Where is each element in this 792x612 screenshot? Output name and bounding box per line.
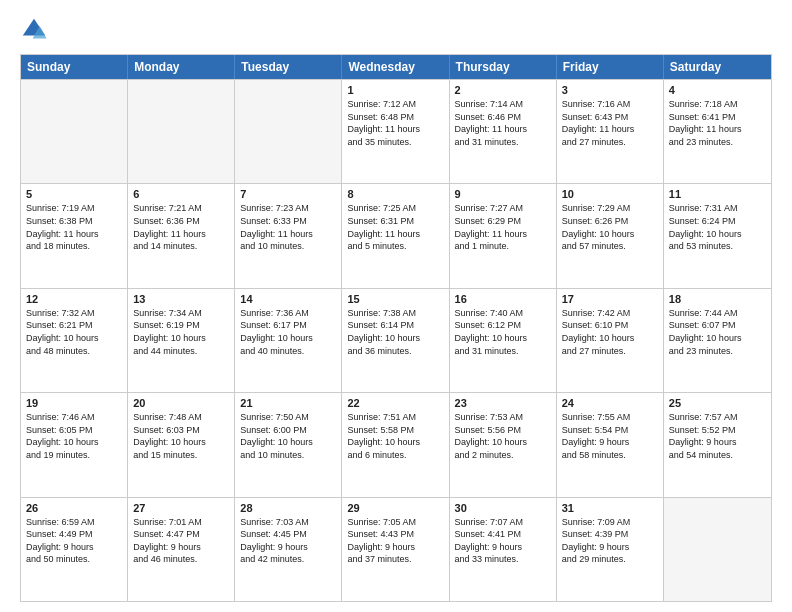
day-info: Sunrise: 7:12 AM Sunset: 6:48 PM Dayligh… bbox=[347, 98, 443, 148]
empty-cell bbox=[235, 80, 342, 183]
day-cell-16: 16Sunrise: 7:40 AM Sunset: 6:12 PM Dayli… bbox=[450, 289, 557, 392]
day-info: Sunrise: 7:36 AM Sunset: 6:17 PM Dayligh… bbox=[240, 307, 336, 357]
day-number: 24 bbox=[562, 397, 658, 409]
calendar-row-0: 1Sunrise: 7:12 AM Sunset: 6:48 PM Daylig… bbox=[21, 79, 771, 183]
day-cell-25: 25Sunrise: 7:57 AM Sunset: 5:52 PM Dayli… bbox=[664, 393, 771, 496]
day-info: Sunrise: 7:21 AM Sunset: 6:36 PM Dayligh… bbox=[133, 202, 229, 252]
day-number: 1 bbox=[347, 84, 443, 96]
day-number: 29 bbox=[347, 502, 443, 514]
empty-cell bbox=[664, 498, 771, 601]
day-cell-21: 21Sunrise: 7:50 AM Sunset: 6:00 PM Dayli… bbox=[235, 393, 342, 496]
day-number: 5 bbox=[26, 188, 122, 200]
day-number: 17 bbox=[562, 293, 658, 305]
day-info: Sunrise: 7:18 AM Sunset: 6:41 PM Dayligh… bbox=[669, 98, 766, 148]
day-cell-1: 1Sunrise: 7:12 AM Sunset: 6:48 PM Daylig… bbox=[342, 80, 449, 183]
day-cell-12: 12Sunrise: 7:32 AM Sunset: 6:21 PM Dayli… bbox=[21, 289, 128, 392]
day-cell-23: 23Sunrise: 7:53 AM Sunset: 5:56 PM Dayli… bbox=[450, 393, 557, 496]
day-info: Sunrise: 7:55 AM Sunset: 5:54 PM Dayligh… bbox=[562, 411, 658, 461]
day-cell-27: 27Sunrise: 7:01 AM Sunset: 4:47 PM Dayli… bbox=[128, 498, 235, 601]
day-cell-7: 7Sunrise: 7:23 AM Sunset: 6:33 PM Daylig… bbox=[235, 184, 342, 287]
day-number: 19 bbox=[26, 397, 122, 409]
header-day-thursday: Thursday bbox=[450, 55, 557, 79]
day-number: 8 bbox=[347, 188, 443, 200]
empty-cell bbox=[21, 80, 128, 183]
day-number: 23 bbox=[455, 397, 551, 409]
page: SundayMondayTuesdayWednesdayThursdayFrid… bbox=[0, 0, 792, 612]
empty-cell bbox=[128, 80, 235, 183]
header-day-monday: Monday bbox=[128, 55, 235, 79]
logo-icon bbox=[20, 16, 48, 44]
calendar: SundayMondayTuesdayWednesdayThursdayFrid… bbox=[20, 54, 772, 602]
day-cell-31: 31Sunrise: 7:09 AM Sunset: 4:39 PM Dayli… bbox=[557, 498, 664, 601]
day-cell-4: 4Sunrise: 7:18 AM Sunset: 6:41 PM Daylig… bbox=[664, 80, 771, 183]
day-info: Sunrise: 7:32 AM Sunset: 6:21 PM Dayligh… bbox=[26, 307, 122, 357]
day-number: 9 bbox=[455, 188, 551, 200]
day-info: Sunrise: 7:40 AM Sunset: 6:12 PM Dayligh… bbox=[455, 307, 551, 357]
day-cell-29: 29Sunrise: 7:05 AM Sunset: 4:43 PM Dayli… bbox=[342, 498, 449, 601]
day-cell-2: 2Sunrise: 7:14 AM Sunset: 6:46 PM Daylig… bbox=[450, 80, 557, 183]
day-number: 7 bbox=[240, 188, 336, 200]
day-cell-30: 30Sunrise: 7:07 AM Sunset: 4:41 PM Dayli… bbox=[450, 498, 557, 601]
day-number: 4 bbox=[669, 84, 766, 96]
day-number: 6 bbox=[133, 188, 229, 200]
calendar-body: 1Sunrise: 7:12 AM Sunset: 6:48 PM Daylig… bbox=[21, 79, 771, 601]
day-info: Sunrise: 7:34 AM Sunset: 6:19 PM Dayligh… bbox=[133, 307, 229, 357]
calendar-row-1: 5Sunrise: 7:19 AM Sunset: 6:38 PM Daylig… bbox=[21, 183, 771, 287]
calendar-header: SundayMondayTuesdayWednesdayThursdayFrid… bbox=[21, 55, 771, 79]
day-cell-24: 24Sunrise: 7:55 AM Sunset: 5:54 PM Dayli… bbox=[557, 393, 664, 496]
header-day-saturday: Saturday bbox=[664, 55, 771, 79]
day-number: 15 bbox=[347, 293, 443, 305]
day-cell-11: 11Sunrise: 7:31 AM Sunset: 6:24 PM Dayli… bbox=[664, 184, 771, 287]
day-info: Sunrise: 7:50 AM Sunset: 6:00 PM Dayligh… bbox=[240, 411, 336, 461]
day-number: 13 bbox=[133, 293, 229, 305]
logo bbox=[20, 16, 52, 44]
day-number: 30 bbox=[455, 502, 551, 514]
day-info: Sunrise: 7:38 AM Sunset: 6:14 PM Dayligh… bbox=[347, 307, 443, 357]
day-cell-20: 20Sunrise: 7:48 AM Sunset: 6:03 PM Dayli… bbox=[128, 393, 235, 496]
day-number: 20 bbox=[133, 397, 229, 409]
day-info: Sunrise: 7:29 AM Sunset: 6:26 PM Dayligh… bbox=[562, 202, 658, 252]
day-cell-9: 9Sunrise: 7:27 AM Sunset: 6:29 PM Daylig… bbox=[450, 184, 557, 287]
day-cell-5: 5Sunrise: 7:19 AM Sunset: 6:38 PM Daylig… bbox=[21, 184, 128, 287]
day-number: 16 bbox=[455, 293, 551, 305]
day-cell-13: 13Sunrise: 7:34 AM Sunset: 6:19 PM Dayli… bbox=[128, 289, 235, 392]
day-info: Sunrise: 7:57 AM Sunset: 5:52 PM Dayligh… bbox=[669, 411, 766, 461]
day-info: Sunrise: 7:19 AM Sunset: 6:38 PM Dayligh… bbox=[26, 202, 122, 252]
calendar-row-3: 19Sunrise: 7:46 AM Sunset: 6:05 PM Dayli… bbox=[21, 392, 771, 496]
day-number: 31 bbox=[562, 502, 658, 514]
day-info: Sunrise: 7:03 AM Sunset: 4:45 PM Dayligh… bbox=[240, 516, 336, 566]
day-number: 26 bbox=[26, 502, 122, 514]
day-cell-28: 28Sunrise: 7:03 AM Sunset: 4:45 PM Dayli… bbox=[235, 498, 342, 601]
day-info: Sunrise: 7:09 AM Sunset: 4:39 PM Dayligh… bbox=[562, 516, 658, 566]
day-cell-18: 18Sunrise: 7:44 AM Sunset: 6:07 PM Dayli… bbox=[664, 289, 771, 392]
day-number: 28 bbox=[240, 502, 336, 514]
day-info: Sunrise: 7:31 AM Sunset: 6:24 PM Dayligh… bbox=[669, 202, 766, 252]
day-cell-22: 22Sunrise: 7:51 AM Sunset: 5:58 PM Dayli… bbox=[342, 393, 449, 496]
day-number: 14 bbox=[240, 293, 336, 305]
day-info: Sunrise: 7:05 AM Sunset: 4:43 PM Dayligh… bbox=[347, 516, 443, 566]
header-day-wednesday: Wednesday bbox=[342, 55, 449, 79]
day-number: 22 bbox=[347, 397, 443, 409]
day-info: Sunrise: 7:46 AM Sunset: 6:05 PM Dayligh… bbox=[26, 411, 122, 461]
day-info: Sunrise: 7:01 AM Sunset: 4:47 PM Dayligh… bbox=[133, 516, 229, 566]
day-cell-26: 26Sunrise: 6:59 AM Sunset: 4:49 PM Dayli… bbox=[21, 498, 128, 601]
day-cell-15: 15Sunrise: 7:38 AM Sunset: 6:14 PM Dayli… bbox=[342, 289, 449, 392]
day-info: Sunrise: 7:25 AM Sunset: 6:31 PM Dayligh… bbox=[347, 202, 443, 252]
day-number: 21 bbox=[240, 397, 336, 409]
header-day-sunday: Sunday bbox=[21, 55, 128, 79]
header-day-tuesday: Tuesday bbox=[235, 55, 342, 79]
day-number: 18 bbox=[669, 293, 766, 305]
header-day-friday: Friday bbox=[557, 55, 664, 79]
day-info: Sunrise: 7:44 AM Sunset: 6:07 PM Dayligh… bbox=[669, 307, 766, 357]
day-number: 3 bbox=[562, 84, 658, 96]
day-info: Sunrise: 7:14 AM Sunset: 6:46 PM Dayligh… bbox=[455, 98, 551, 148]
day-cell-3: 3Sunrise: 7:16 AM Sunset: 6:43 PM Daylig… bbox=[557, 80, 664, 183]
day-cell-19: 19Sunrise: 7:46 AM Sunset: 6:05 PM Dayli… bbox=[21, 393, 128, 496]
day-info: Sunrise: 7:48 AM Sunset: 6:03 PM Dayligh… bbox=[133, 411, 229, 461]
day-number: 11 bbox=[669, 188, 766, 200]
day-number: 25 bbox=[669, 397, 766, 409]
day-number: 2 bbox=[455, 84, 551, 96]
day-info: Sunrise: 7:51 AM Sunset: 5:58 PM Dayligh… bbox=[347, 411, 443, 461]
day-cell-17: 17Sunrise: 7:42 AM Sunset: 6:10 PM Dayli… bbox=[557, 289, 664, 392]
day-info: Sunrise: 7:16 AM Sunset: 6:43 PM Dayligh… bbox=[562, 98, 658, 148]
